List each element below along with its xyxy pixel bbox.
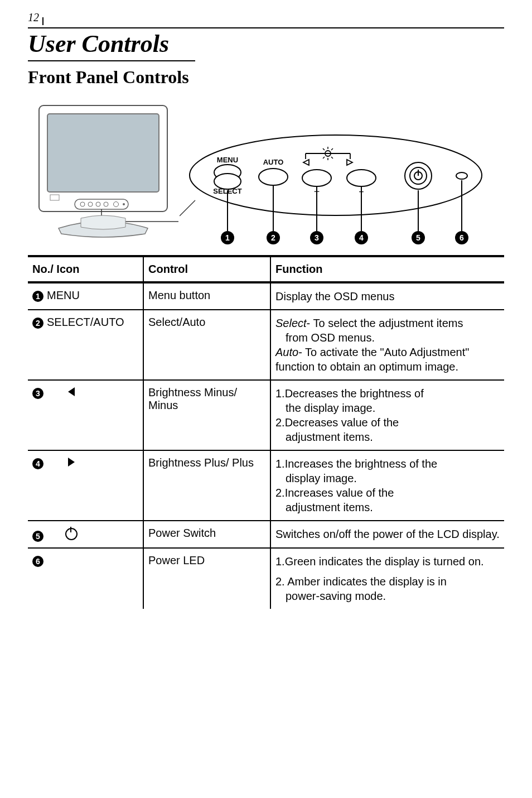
page-subtitle: Front Panel Controls (28, 67, 504, 88)
th-control: Control (143, 256, 270, 282)
function-text: Display the OSD menus (275, 290, 394, 302)
cell-control: Power Switch (143, 521, 270, 548)
function-text: - To select the adjustment items (307, 317, 463, 329)
function-emph: Select (275, 317, 307, 329)
svg-point-37 (456, 172, 467, 179)
svg-rect-1 (47, 114, 159, 192)
table-row: 3Brightness Minus/ Minus1.Decreases the … (28, 380, 504, 450)
callout-2: 2 (271, 233, 275, 242)
function-text: power-saving mode. (286, 590, 386, 602)
function-text: - To activate the "Auto Adjustment" (298, 346, 469, 358)
cell-function: Select- To select the adjustment itemsfr… (270, 310, 504, 380)
page-number-tick (42, 17, 43, 25)
cell-noicon: 1MENU (28, 282, 143, 310)
function-text: adjustment items. (286, 501, 373, 513)
cell-function: Switches on/off the power of the LCD dis… (270, 521, 504, 548)
function-text: display image. (286, 472, 357, 484)
cell-noicon: 3 (28, 380, 143, 450)
cell-function: 1.Increases the brightness of thedisplay… (270, 450, 504, 521)
cell-function: 1.Green indicates the display is turned … (270, 548, 504, 609)
row-number-badge: 6 (32, 556, 43, 567)
table-row: 5Power SwitchSwitches on/off the power o… (28, 521, 504, 548)
row-icon-text: SELECT/AUTO (47, 316, 124, 328)
th-noicon: No./ Icon (28, 256, 143, 282)
row-number-badge: 1 (32, 291, 43, 302)
row-number-badge: 4 (32, 458, 43, 469)
cell-control: Brightness Plus/ Plus (143, 450, 270, 521)
page-number: 12 (28, 11, 504, 24)
page-title: User Controls (28, 30, 504, 58)
function-text: 2.Decreases value of the (275, 416, 399, 429)
function-text: adjustment items. (286, 431, 373, 443)
svg-point-31 (302, 170, 331, 186)
figure-row: MENU SELECT AUTO (28, 100, 504, 245)
svg-point-9 (123, 203, 125, 205)
table-row: 4Brightness Plus/ Plus1.Increases the br… (28, 450, 504, 521)
function-text: the display image. (286, 402, 375, 414)
row-number-badge: 2 (32, 318, 43, 329)
table-row: 6Power LED1.Green indicates the display … (28, 548, 504, 609)
svg-point-32 (347, 170, 376, 186)
callout-5: 5 (416, 233, 420, 242)
cell-function: Display the OSD menus (270, 282, 504, 310)
page-number-text: 12 (28, 11, 39, 24)
function-text: 2. Amber indicates the display is in (275, 575, 447, 588)
callout-1: 1 (225, 233, 230, 242)
control-panel-illustration: MENU SELECT AUTO (180, 128, 492, 245)
top-rule (28, 27, 504, 28)
row-number-badge: 5 (32, 531, 43, 542)
function-text: 2.Increases value of the (275, 487, 394, 499)
controls-table: No./ Icon Control Function 1MENUMenu but… (28, 255, 504, 609)
title-rule (28, 60, 195, 61)
function-text: function to obtain an optimum image. (275, 360, 458, 373)
cell-noicon: 4 (28, 450, 143, 521)
callout-6: 6 (460, 233, 464, 242)
function-text: 1.Green indicates the display is turned … (275, 555, 484, 568)
function-text: Switches on/off the power of the LCD dis… (275, 528, 500, 540)
power-icon (65, 528, 78, 540)
svg-rect-3 (75, 199, 128, 209)
table-row: 1MENUMenu buttonDisplay the OSD menus (28, 282, 504, 310)
page: 12 User Controls Front Panel Controls (0, 0, 532, 631)
row-number-badge: 3 (32, 388, 43, 399)
cell-noicon: 6 (28, 548, 143, 609)
svg-line-12 (180, 200, 195, 216)
cell-control: Power LED (143, 548, 270, 609)
function-text: 1.Increases the brightness of the (275, 458, 437, 470)
cell-control: Brightness Minus/ Minus (143, 380, 270, 450)
function-emph: Auto (275, 346, 298, 358)
cell-control: Select/Auto (143, 310, 270, 380)
callout-4: 4 (359, 233, 364, 242)
cell-control: Menu button (143, 282, 270, 310)
row-icon-text: MENU (47, 289, 80, 301)
triangle-left-icon (68, 387, 75, 396)
svg-point-16 (259, 169, 288, 185)
panel-menu-label: MENU (217, 156, 238, 164)
function-text: from OSD menus. (286, 331, 375, 344)
table-row: 2SELECT/AUTOSelect/AutoSelect- To select… (28, 310, 504, 380)
callout-3: 3 (315, 233, 319, 242)
cell-noicon: 5 (28, 521, 143, 548)
monitor-illustration (28, 100, 178, 245)
triangle-right-icon (68, 458, 75, 467)
function-text: 1.Decreases the brightness of (275, 387, 424, 400)
th-function: Function (270, 256, 504, 282)
cell-noicon: 2SELECT/AUTO (28, 310, 143, 380)
cell-function: 1.Decreases the brightness ofthe display… (270, 380, 504, 450)
panel-auto-label: AUTO (263, 158, 284, 166)
